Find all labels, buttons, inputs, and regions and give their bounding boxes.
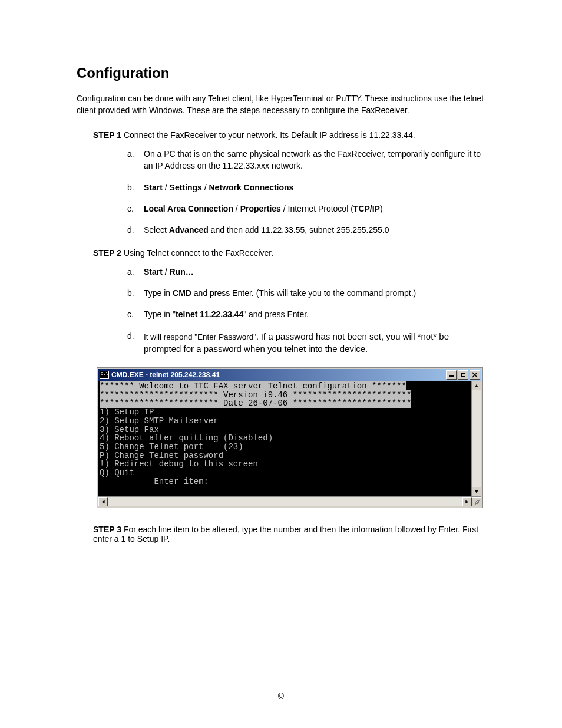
- step-3-text: For each line item to be altered, type t…: [93, 525, 478, 543]
- scroll-left-button[interactable]: ◄: [98, 497, 108, 506]
- horizontal-scrollbar[interactable]: ◄ ►: [98, 496, 481, 506]
- step-2-text: Using Telnet connect to the FaxReceiver.: [121, 248, 273, 258]
- maximize-button[interactable]: [458, 370, 468, 380]
- scroll-track[interactable]: [472, 390, 481, 487]
- cmd-icon: [100, 371, 109, 379]
- step-2-sublist: a. Start / Run… b. Type in CMD and press…: [77, 266, 485, 355]
- step-2-label: STEP 2: [93, 248, 121, 258]
- resize-grip-icon[interactable]: [472, 497, 481, 506]
- step-2: STEP 2 Using Telnet connect to the FaxRe…: [77, 248, 485, 258]
- step-1-text: Connect the FaxReceiver to your network.…: [121, 130, 415, 140]
- footer-copyright: ©: [0, 691, 562, 701]
- step-1-sublist: a. On a PC that is on the same physical …: [77, 148, 485, 236]
- scroll-track-h[interactable]: [108, 497, 462, 506]
- step-2-d: d. It will respond "Enter Password". If …: [127, 330, 485, 356]
- intro-paragraph: Configuration can be done with any Telne…: [77, 93, 485, 116]
- step-3: STEP 3 For each line item to be altered,…: [77, 525, 485, 543]
- step-1-label: STEP 1: [93, 130, 121, 140]
- scroll-up-button[interactable]: ▲: [472, 381, 481, 390]
- terminal-body[interactable]: ******* Welcome to ITC FAX server Telnet…: [98, 381, 471, 496]
- terminal-titlebar[interactable]: CMD.EXE - telnet 205.242.238.41: [98, 369, 481, 381]
- scroll-right-button[interactable]: ►: [462, 497, 472, 506]
- close-button[interactable]: [470, 370, 480, 380]
- terminal-window: CMD.EXE - telnet 205.242.238.41 ******* …: [97, 367, 483, 508]
- step-1-b: b. Start / Settings / Network Connection…: [127, 182, 485, 193]
- step-1-d: d. Select Advanced and then add 11.22.33…: [127, 224, 485, 236]
- scroll-down-button[interactable]: ▼: [472, 487, 481, 496]
- step-2-b: b. Type in CMD and press Enter. (This wi…: [127, 287, 485, 299]
- step-1-c: c. Local Area Connection / Properties / …: [127, 203, 485, 215]
- step-1: STEP 1 Connect the FaxReceiver to your n…: [77, 130, 485, 140]
- terminal-title: CMD.EXE - telnet 205.242.238.41: [111, 371, 446, 379]
- step-3-label: STEP 3: [93, 525, 121, 534]
- step-2-a: a. Start / Run…: [127, 266, 485, 278]
- vertical-scrollbar[interactable]: ▲ ▼: [471, 381, 481, 496]
- step-1-a-text: On a PC that is on the same physical net…: [144, 148, 485, 172]
- minimize-button[interactable]: [446, 370, 457, 380]
- step-1-a: a. On a PC that is on the same physical …: [127, 148, 485, 172]
- page-title: Configuration: [77, 65, 485, 81]
- step-2-c: c. Type in "telnet 11.22.33.44" and pres…: [127, 308, 485, 320]
